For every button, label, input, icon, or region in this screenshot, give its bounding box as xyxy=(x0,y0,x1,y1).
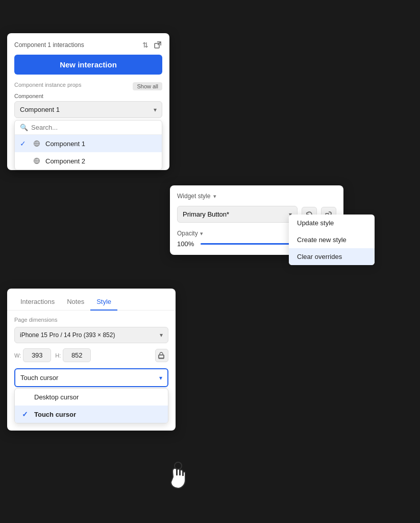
new-interaction-button[interactable]: New interaction xyxy=(14,55,162,75)
cursor-dropdown-popup: Desktop cursor ✓ Touch cursor xyxy=(14,388,168,423)
show-all-button[interactable]: Show all xyxy=(133,82,162,90)
cursor-dropdown[interactable]: Touch cursor ▾ xyxy=(14,368,168,387)
search-icon: 🔍 xyxy=(20,124,28,131)
opacity-value: 100% xyxy=(177,240,195,248)
device-dropdown-value: iPhone 15 Pro / 14 Pro (393 × 852) xyxy=(20,331,115,339)
panel-title-text: Component 1 interactions xyxy=(14,41,84,49)
device-chevron-icon: ▾ xyxy=(160,331,163,339)
cursor-chevron-icon: ▾ xyxy=(159,374,162,382)
tab-interactions[interactable]: Interactions xyxy=(14,294,61,311)
widget-title-row: Widget style ▾ xyxy=(177,193,336,200)
component-icon-1 xyxy=(32,139,41,148)
width-label: W: xyxy=(14,352,21,359)
sort-icon[interactable]: ⇅ xyxy=(141,40,150,50)
check-icon: ✓ xyxy=(20,139,28,148)
context-menu: Update style Create new style Clear over… xyxy=(289,215,375,265)
width-input[interactable] xyxy=(23,348,51,362)
instance-props-row: Component instance props Show all xyxy=(14,82,162,91)
component-option-1-label: Component 1 xyxy=(45,140,85,148)
component-dropdown-popup: 🔍 ✓ Component 1 xyxy=(14,120,162,170)
height-input[interactable] xyxy=(63,348,91,362)
external-link-icon[interactable] xyxy=(153,40,162,50)
check-touch-icon: ✓ xyxy=(22,410,30,418)
page-dimensions-label: Page dimensions xyxy=(14,317,168,323)
component-dropdown[interactable]: Component 1 ▾ xyxy=(14,101,162,118)
menu-item-update[interactable]: Update style xyxy=(289,215,375,231)
chevron-down-icon: ▾ xyxy=(154,106,157,113)
svg-rect-11 xyxy=(159,355,164,358)
instance-props-label: Component instance props xyxy=(14,82,81,88)
device-dropdown[interactable]: iPhone 15 Pro / 14 Pro (393 × 852) ▾ xyxy=(14,327,168,343)
menu-item-clear[interactable]: Clear overrides xyxy=(289,248,375,265)
component-icon-2 xyxy=(32,156,41,165)
cursor-option-touch[interactable]: ✓ Touch cursor xyxy=(15,406,168,423)
component-search-input[interactable] xyxy=(31,124,157,131)
style-dropdown[interactable]: Primary Button* ▾ xyxy=(177,206,298,223)
cursor-option-touch-label: Touch cursor xyxy=(34,411,76,418)
panel-title-icons: ⇅ xyxy=(141,40,162,50)
tab-notes[interactable]: Notes xyxy=(61,294,90,311)
interactions-panel: Component 1 interactions ⇅ New interacti… xyxy=(7,33,169,170)
component-option-2[interactable]: Component 2 xyxy=(15,152,162,170)
component-option-1[interactable]: ✓ Component 1 xyxy=(15,135,162,152)
height-label: H: xyxy=(55,352,61,359)
opacity-label: Opacity xyxy=(177,230,198,237)
style-panel-body: Page dimensions iPhone 15 Pro / 14 Pro (… xyxy=(7,317,176,431)
cursor-option-desktop[interactable]: Desktop cursor xyxy=(15,389,168,406)
widget-style-title: Widget style xyxy=(177,193,210,200)
widget-title-arrow-icon: ▾ xyxy=(213,193,216,200)
panel-title-row: Component 1 interactions ⇅ xyxy=(14,40,162,50)
cursor-dropdown-value: Touch cursor xyxy=(20,374,58,382)
width-field: W: xyxy=(14,348,51,362)
component-option-2-label: Component 2 xyxy=(45,157,85,165)
component-field-label: Component xyxy=(14,93,162,99)
component-dropdown-value: Component 1 xyxy=(20,106,60,113)
tab-style[interactable]: Style xyxy=(90,294,117,311)
opacity-arrow-icon: ▾ xyxy=(200,230,203,237)
cursor-option-desktop-label: Desktop cursor xyxy=(34,393,79,401)
hand-cursor-icon xyxy=(166,461,190,491)
style-dropdown-value: Primary Button* xyxy=(183,210,229,218)
height-field: H: xyxy=(55,348,91,362)
wh-row: W: H: xyxy=(14,348,168,362)
style-panel: Interactions Notes Style Page dimensions… xyxy=(7,289,176,431)
menu-item-create[interactable]: Create new style xyxy=(289,231,375,248)
tabs-row: Interactions Notes Style xyxy=(7,289,176,311)
lock-aspect-button[interactable] xyxy=(155,349,168,362)
search-row: 🔍 xyxy=(15,121,162,135)
